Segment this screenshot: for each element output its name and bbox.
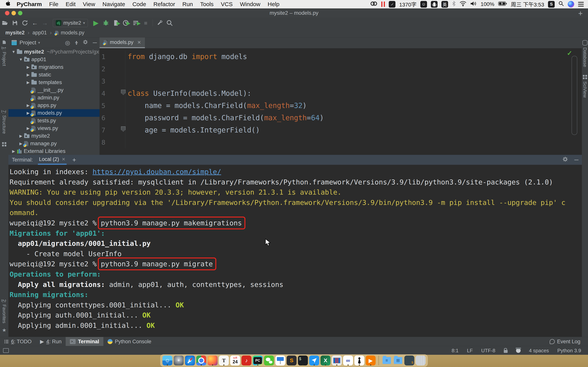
new-tab-icon[interactable]: + — [578, 9, 583, 18]
code-line-2[interactable]: 2 — [100, 63, 582, 75]
tie-app-dock-icon[interactable] — [355, 356, 364, 366]
wechat-dock-icon[interactable] — [264, 356, 274, 366]
tree-item-app01[interactable]: ▼app01 — [9, 56, 100, 63]
indent-setting[interactable]: 4 spaces — [529, 348, 549, 354]
new-terminal-session-icon[interactable]: + — [72, 156, 76, 164]
project-panel-title[interactable]: Project — [19, 40, 36, 46]
debug-button[interactable] — [101, 20, 111, 26]
stop-button[interactable]: ■ — [141, 20, 151, 26]
code-line-3[interactable]: 3 — [100, 75, 582, 87]
code-line-4[interactable]: 4class UserInfo(models.Model): — [100, 87, 582, 100]
tree-item-manage-py[interactable]: ▶manage.py — [9, 140, 100, 147]
hide-terminal-icon[interactable]: ─ — [574, 157, 579, 163]
sidebar-item-favorites[interactable]: 2: Favorites — [1, 299, 7, 323]
screenshot-app-dock-icon[interactable]: s — [405, 356, 415, 366]
structure-tool-icon[interactable] — [2, 142, 6, 146]
run-coverage-button[interactable]: ▶ — [111, 20, 121, 26]
code-line-8[interactable]: 8 — [100, 136, 582, 149]
sidebar-item-sciview[interactable]: SciView — [582, 81, 588, 98]
code-line-7[interactable]: 7 age = models.IntegerField() — [100, 124, 582, 136]
tab-terminal[interactable]: >_ Terminal — [66, 337, 103, 346]
inspections-hector-icon[interactable] — [516, 348, 521, 353]
file-encoding[interactable]: UTF-8 — [481, 348, 495, 354]
run-button[interactable]: ▶ — [91, 19, 101, 27]
editor-scrollbar[interactable] — [571, 56, 577, 135]
back-icon[interactable]: ← — [30, 19, 40, 26]
sciview-tool-icon[interactable] — [583, 75, 587, 79]
tree-item-admin-py[interactable]: admin.py — [9, 94, 100, 101]
open-file-icon[interactable] — [0, 20, 10, 26]
excel-dock-icon[interactable]: X — [320, 356, 330, 366]
tv-app-dock-icon[interactable]: ▶ — [366, 356, 376, 366]
save-all-icon[interactable] — [10, 20, 20, 26]
hide-panel-icon[interactable]: ─ — [93, 39, 97, 46]
terminal-link[interactable]: https://pypi.douban.com/simple/ — [92, 168, 221, 176]
clock[interactable]: 周三 下午3:53 — [511, 0, 544, 8]
netease-music-dock-icon[interactable]: ♪ — [242, 356, 251, 366]
tree-item-tests-py[interactable]: tests.py — [9, 117, 100, 125]
database-tool-icon[interactable] — [582, 40, 588, 45]
recording-indicator-icon[interactable] — [381, 1, 385, 7]
knot-app-icon[interactable] — [370, 1, 377, 8]
python-interpreter[interactable]: Python 3.9 — [557, 348, 581, 354]
tree-item-external-libraries[interactable]: ▶External Libraries — [9, 147, 100, 155]
favorites-star-icon[interactable]: ★ — [2, 327, 6, 333]
menu-tools[interactable]: Tools — [197, 1, 217, 8]
menu-edit[interactable]: Edit — [62, 1, 79, 8]
sidebar-item-structure[interactable]: 7: Structure — [1, 110, 7, 134]
dictation-icon[interactable] — [431, 1, 438, 8]
run-configuration-select[interactable]: dj mysite2 ▾ — [53, 19, 88, 27]
bluetooth-icon[interactable] — [452, 1, 456, 8]
panel-settings-gear-icon[interactable] — [83, 40, 88, 46]
search-everywhere-icon[interactable] — [164, 20, 174, 26]
code-line-6[interactable]: 6 password = models.CharField(max_length… — [100, 112, 582, 124]
emoji-input-icon[interactable]: ☺ — [420, 1, 427, 8]
sync-icon[interactable] — [20, 20, 30, 26]
menu-view[interactable]: View — [79, 1, 99, 8]
tab-python-console[interactable]: Python Console — [103, 337, 156, 346]
typora-dock-icon[interactable]: T — [219, 356, 229, 366]
ime-language-badge[interactable]: 英 — [441, 1, 448, 8]
pycharm-dock-icon[interactable]: PC — [253, 356, 263, 366]
trash-dock-icon[interactable] — [416, 356, 426, 366]
terminal-tab-local[interactable]: Local (2) ✕ — [38, 155, 67, 165]
close-terminal-tab-icon[interactable]: ✕ — [62, 157, 65, 162]
spotlight-icon[interactable] — [559, 1, 564, 8]
parallels-dock-icon[interactable] — [332, 356, 342, 366]
tree-item-models-py[interactable]: ▶models.py — [9, 109, 100, 117]
iflytek-input-icon[interactable] — [389, 1, 396, 8]
line-ending[interactable]: LF — [467, 348, 473, 354]
tree-item--init-py[interactable]: __init__.py — [9, 86, 100, 94]
locate-file-icon[interactable]: ◎ — [65, 39, 70, 46]
tree-item-mysite2[interactable]: ▶mysite2 — [9, 132, 100, 140]
apple-logo-icon[interactable] — [5, 1, 10, 8]
tree-item-static[interactable]: ▶static — [9, 71, 100, 79]
calendar-dock-icon[interactable]: 11月24 — [230, 356, 240, 366]
menu-vcs[interactable]: VCS — [217, 1, 236, 8]
run-with-button[interactable]: ▶ — [131, 20, 141, 26]
unlock-icon[interactable] — [504, 350, 508, 353]
wifi-icon[interactable] — [459, 1, 467, 8]
siri-icon[interactable] — [568, 1, 574, 8]
terminal-settings-gear-icon[interactable] — [562, 157, 568, 163]
sidebar-item-project[interactable]: 1: Project — [1, 47, 7, 66]
terminal-output[interactable]: Looking in indexes: https://pypi.douban.… — [9, 165, 582, 331]
event-log-button[interactable]: Event Log — [550, 339, 588, 345]
menu-code[interactable]: Code — [129, 1, 150, 8]
menu-refactor[interactable]: Refactor — [150, 1, 179, 8]
breadcrumb-app[interactable]: app01 — [25, 30, 47, 36]
collapse-all-icon[interactable]: ▲▼ — [75, 40, 78, 45]
forward-icon[interactable]: → — [40, 19, 50, 26]
tree-item-migrations[interactable]: ▶migrations — [9, 63, 100, 71]
terminal-dock-icon[interactable]: $ — [298, 356, 308, 366]
menu-pycharm[interactable]: PyCharm — [13, 1, 45, 8]
breadcrumb-file[interactable]: models.py — [47, 30, 84, 36]
keynote-dock-icon[interactable] — [276, 356, 285, 366]
tab-models-py[interactable]: models.py ✕ — [100, 37, 145, 48]
folder-windows-dock-icon[interactable]: ⊞ — [393, 356, 403, 366]
caret-position[interactable]: 8:1 — [451, 348, 458, 354]
menu-run[interactable]: Run — [179, 1, 197, 8]
dingtalk-dock-icon[interactable] — [309, 356, 319, 366]
code-editor[interactable]: 1from django.db import models234class Us… — [100, 48, 582, 149]
tree-item-mysite2[interactable]: ▼mysite2~/PycharmProjects/gx — [9, 48, 100, 56]
